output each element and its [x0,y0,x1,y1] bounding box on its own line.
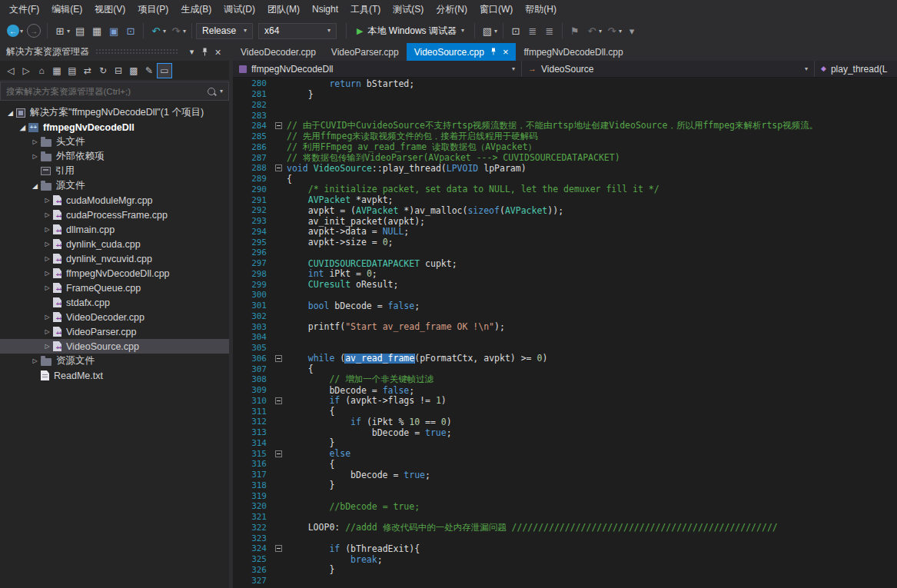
expand-arrow-icon[interactable]: ▷ [29,357,41,364]
prev-bookmark-icon[interactable]: ↶ [583,22,600,39]
code-line-297[interactable]: 297 CUVIDSOURCEDATAPACKET cupkt; [233,258,897,269]
code-line-283[interactable]: 283 [233,110,897,121]
chevron-down-icon[interactable]: ▾ [163,28,166,35]
menu-item[interactable]: 窗口(W) [473,0,519,19]
fold-margin[interactable] [270,122,287,129]
code-line-311[interactable]: 311 { [233,406,897,417]
code-area[interactable]: 280 return bStarted;281 }282283284// 由于C… [233,78,897,588]
code-line-303[interactable]: 303 printf("Start av_read_frame OK !\n")… [233,321,897,332]
code-line-298[interactable]: 298 int iPkt = 0; [233,269,897,280]
add-item-icon[interactable]: ▤ [71,22,88,39]
switch-views-icon[interactable]: ▦ [49,63,65,78]
code-line-321[interactable]: 321 [233,512,897,523]
code-line-299[interactable]: 299 CUresult oResult; [233,279,897,290]
code-line-307[interactable]: 307 { [233,364,897,374]
tree-item-dllmain.cpp[interactable]: ▷++dllmain.cpp [0,222,229,237]
tree-item-cudaProcessFrame.cpp[interactable]: ▷++cudaProcessFrame.cpp [0,208,229,222]
tab-ffmpegNvDecodeDll.cpp[interactable]: ffmpegNvDecodeDll.cpp [516,43,630,61]
code-line-301[interactable]: 301 bool bDecode = false; [233,301,897,311]
preview-selected-items-icon[interactable]: ▭ [157,63,172,78]
expand-arrow-icon[interactable]: ◢ [5,109,16,117]
show-all-files-icon[interactable]: ▩ [126,63,141,78]
navigate-backward-icon[interactable]: ← [7,25,19,37]
tree-item-dynlink_nvcuvid.cpp[interactable]: ▷++dynlink_nvcuvid.cpp [0,251,229,266]
code-line-310[interactable]: 310 if (avpkt->flags != 1) [233,396,897,407]
menu-item[interactable]: 编辑(E) [45,0,88,19]
chevron-down-icon[interactable]: ▾ [20,28,23,35]
tree-item-VideoSource.cpp[interactable]: ▷++VideoSource.cpp [0,339,229,354]
member-dropdown[interactable]: ◆ play_thread(L [815,61,897,77]
pending-changes-icon[interactable]: ▤ [65,63,80,78]
code-line-287[interactable]: 287// 将数据包传输到VideoParser(AVpacket ---> C… [233,152,897,163]
tree-item-dynlink_cuda.cpp[interactable]: ▷++dynlink_cuda.cpp [0,237,229,251]
expand-arrow-icon[interactable]: ◢ [17,124,28,131]
home-icon[interactable]: ⌂ [34,63,49,78]
code-line-286[interactable]: 286// 利用FFmpeg av_read_frame 读取数据包（AVpac… [233,142,897,153]
new-file-icon[interactable]: ⊞ [51,22,68,39]
code-line-317[interactable]: 317 bDecode = true; [233,470,897,480]
code-line-284[interactable]: 284// 由于CUVID中CuvideoSource不支持rtsp视频流数据，… [233,121,897,131]
code-line-319[interactable]: 319 [233,490,897,501]
performance-profiler-icon[interactable]: ▧ [479,22,496,39]
code-line-318[interactable]: 318 } [233,480,897,491]
expand-arrow-icon[interactable]: ▷ [42,197,53,204]
code-line-281[interactable]: 281 } [233,89,897,100]
code-line-312[interactable]: 312 if (iPkt % 10 == 0) [233,417,897,427]
code-line-316[interactable]: 316 { [233,459,897,470]
expand-arrow-icon[interactable]: ▷ [42,241,53,247]
collapse-box-icon[interactable] [275,397,282,404]
expand-arrow-icon[interactable]: ▷ [29,138,41,145]
collapse-box-icon[interactable] [275,450,282,457]
tree-item-FrameQueue.cpp[interactable]: ▷++FrameQueue.cpp [0,281,229,295]
tree-item-VideoDecoder.cpp[interactable]: ▷++VideoDecoder.cpp [0,310,229,324]
type-dropdown[interactable]: → VideoSource ▾ [522,61,815,77]
menu-item[interactable]: 团队(M) [261,0,306,19]
save-icon[interactable]: ▣ [105,22,122,39]
code-line-326[interactable]: 326 } [233,565,897,576]
fold-margin[interactable] [270,397,287,404]
search-options-caret-icon[interactable]: ▾ [220,88,223,95]
indent-decrease-icon[interactable]: ≣ [524,22,541,39]
code-line-324[interactable]: 324 if (bThreadExit){ [233,543,897,554]
expand-arrow-icon[interactable]: ▷ [42,284,53,291]
refresh-icon[interactable]: ↻ [95,63,111,78]
pin-icon[interactable] [198,45,211,58]
fold-margin[interactable] [270,450,287,457]
configuration-dropdown[interactable]: Release ▾ [196,23,253,39]
tree-item-外部依赖项[interactable]: ▷外部依赖项 [0,149,229,164]
code-line-280[interactable]: 280 return bStarted; [233,78,897,89]
expand-arrow-icon[interactable]: ▷ [42,343,53,350]
menu-item[interactable]: 文件(F) [3,0,45,19]
tree-item-引用[interactable]: 引用 [0,164,229,178]
tab-VideoSource.cpp[interactable]: VideoSource.cpp× [407,43,517,61]
code-line-322[interactable]: 322 LOOP0: //addd 修改代码中的一处内存泄漏问题 ///////… [233,523,897,533]
code-line-302[interactable]: 302 [233,311,897,322]
code-line-325[interactable]: 325 break; [233,554,897,565]
code-line-294[interactable]: 294 avpkt->data = NULL; [233,227,897,238]
chevron-down-icon[interactable]: ▾ [494,28,497,35]
forward-icon[interactable]: ▷ [18,63,34,78]
collapse-box-icon[interactable] [275,355,282,362]
tree-item-ffmpegNvDecodeDll[interactable]: ◢++ffmpegNvDecodeDll [0,120,229,135]
search-input[interactable] [6,87,208,96]
expand-arrow-icon[interactable]: ▷ [29,153,41,160]
code-line-290[interactable]: 290 /* initialize packet, set data to NU… [233,184,897,195]
code-line-296[interactable]: 296 [233,247,897,258]
menu-item[interactable]: 项目(P) [131,0,174,19]
tree-item-VideoParser.cpp[interactable]: ▷++VideoParser.cpp [0,324,229,339]
tree-item-stdafx.cpp[interactable]: ++stdafx.cpp [0,295,229,310]
drag-grip[interactable] [95,48,179,55]
close-icon[interactable]: × [211,45,224,58]
expand-arrow-icon[interactable]: ▷ [42,226,53,233]
platform-dropdown[interactable]: x64 ▾ [258,23,337,39]
tree-item-ReadMe.txt[interactable]: ReadMe.txt [0,368,229,383]
next-bookmark-icon[interactable]: ↷ [603,22,620,39]
code-line-304[interactable]: 304 [233,332,897,343]
code-line-291[interactable]: 291 AVPacket *avpkt; [233,194,897,205]
tree-item-解决方案"ffmpegNvDecodeDll"(1 个项目)[interactable]: ◢解决方案"ffmpegNvDecodeDll"(1 个项目) [0,105,229,120]
toolbar-overflow-icon[interactable]: ▾ [623,22,640,39]
code-line-282[interactable]: 282 [233,100,897,111]
code-line-314[interactable]: 314 } [233,438,897,449]
chevron-down-icon[interactable]: ▾ [67,28,70,35]
code-line-315[interactable]: 315 else [233,448,897,459]
